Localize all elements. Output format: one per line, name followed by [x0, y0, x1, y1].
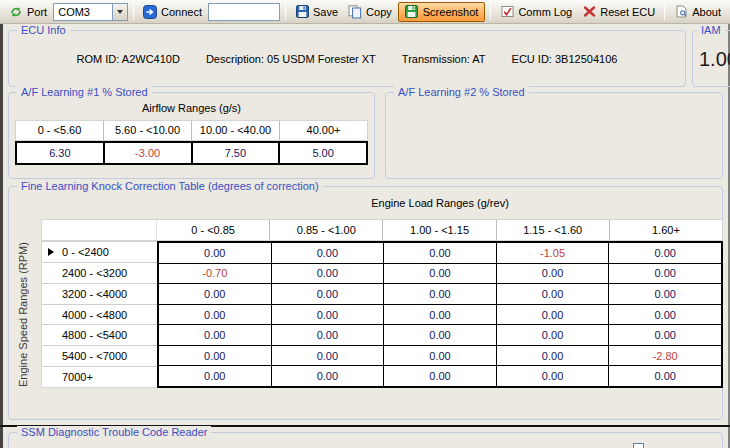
knock-value-cell[interactable]: 0.00	[497, 264, 610, 284]
selected-row-arrow-icon	[48, 248, 54, 256]
toolbar-separator	[490, 3, 491, 20]
knock-column-header: 1.60+	[609, 220, 722, 240]
knock-value-cell[interactable]: 0.00	[497, 284, 610, 304]
toolbar-separator	[133, 3, 134, 20]
iam-value: 1.00	[699, 48, 730, 71]
knock-header-corner	[42, 220, 157, 240]
knock-value-cell[interactable]: 0.00	[272, 243, 385, 263]
knock-value-cell[interactable]: 0.00	[384, 243, 497, 263]
knock-row-label[interactable]: 2400 - <3200	[42, 263, 157, 284]
knock-value-cell[interactable]: 0.00	[609, 264, 721, 284]
comm-log-button[interactable]: Comm Log	[496, 3, 576, 21]
af1-value-cell[interactable]: 6.30	[17, 143, 103, 163]
red-x-icon	[582, 5, 596, 19]
knock-value-cell[interactable]: 0.00	[384, 284, 497, 304]
knock-value-cell[interactable]: 0.00	[272, 305, 385, 325]
knock-value-cell[interactable]: 0.00	[609, 284, 721, 304]
connect-input[interactable]	[208, 3, 280, 21]
document-magnifier-icon	[674, 5, 688, 19]
knock-header-row: 0 - <0.850.85 - <1.001.00 - <1.151.15 - …	[41, 219, 723, 241]
save-button[interactable]: Save	[291, 3, 342, 21]
reset-ecu-label: Reset ECU	[600, 6, 655, 18]
knock-value-cell[interactable]: 0.00	[384, 346, 497, 366]
ecu-info-row: ROM ID: A2WC410D Description: 05 USDM Fo…	[9, 53, 685, 65]
knock-value-cell[interactable]: 0.00	[497, 305, 610, 325]
connect-label: Connect	[161, 6, 202, 18]
knock-row-labels: 0 - <24002400 - <32003200 - <40004000 - …	[41, 241, 157, 388]
toolbar: Port COM3 Connect Save Copy Screenshot	[0, 0, 730, 24]
knock-value-cell[interactable]: 0.00	[609, 243, 721, 263]
af-learning-1-group: A/F Learning #1 % Stored Airflow Ranges …	[8, 92, 375, 179]
copy-label: Copy	[366, 6, 392, 18]
knock-value-cell[interactable]: 0.00	[384, 325, 497, 345]
port-combobox[interactable]: COM3	[53, 3, 128, 21]
knock-value-cell[interactable]: 0.00	[497, 346, 610, 366]
knock-column-header: 0 - <0.85	[157, 220, 269, 240]
knock-row-label-text: 0 - <2400	[62, 246, 109, 258]
connect-button[interactable]: Connect	[139, 3, 206, 21]
ecu-description: Description: 05 USDM Forester XT	[206, 53, 376, 65]
screenshot-button[interactable]: Screenshot	[398, 2, 486, 22]
knock-row-label[interactable]: 7000+	[42, 367, 157, 387]
af1-value-cell[interactable]: 7.50	[191, 143, 279, 163]
knock-value-cell[interactable]: 0.00	[497, 325, 610, 345]
knock-value-cell[interactable]: 0.00	[159, 346, 272, 366]
port-button[interactable]: Port	[5, 3, 51, 21]
knock-value-cell[interactable]: 0.00	[609, 325, 721, 345]
knock-value-cell[interactable]: 0.00	[384, 264, 497, 284]
log-check-icon	[500, 5, 514, 19]
af1-column-headers: 0 - <5.605.60 - <10.0010.00 - <40.0040.0…	[15, 120, 368, 141]
knock-value-cell[interactable]: 0.00	[384, 305, 497, 325]
knock-row-label[interactable]: 0 - <2400	[42, 242, 157, 263]
ecu-rom-id: ROM ID: A2WC410D	[77, 53, 180, 65]
copy-pages-icon	[348, 5, 362, 19]
af1-column-header: 5.60 - <10.00	[103, 121, 191, 140]
knock-value-cell[interactable]: 0.00	[159, 243, 272, 263]
knock-value-cell[interactable]: 0.00	[272, 284, 385, 304]
airflow-ranges-caption: Airflow Ranges (g/s)	[15, 102, 368, 114]
knock-value-cell[interactable]: 0.00	[497, 366, 610, 386]
knock-value-cell[interactable]: -2.80	[609, 346, 721, 366]
knock-value-cell[interactable]: 0.00	[159, 366, 272, 386]
knock-row-label[interactable]: 4800 - <5400	[42, 325, 157, 346]
knock-row-label[interactable]: 5400 - <7000	[42, 346, 157, 367]
knock-row-label-text: 3200 - <4000	[62, 288, 127, 300]
knock-row-label[interactable]: 3200 - <4000	[42, 284, 157, 305]
knock-value-cell[interactable]: 0.00	[272, 325, 385, 345]
screenshot-label: Screenshot	[423, 6, 479, 18]
refresh-icon	[9, 5, 23, 19]
iam-group: IAM 1.00	[692, 30, 730, 87]
ssm-dtc-title: SSM Diagnostic Trouble Code Reader	[17, 426, 211, 438]
knock-value-cell[interactable]: 0.00	[272, 366, 385, 386]
save-label: Save	[313, 6, 338, 18]
knock-value-cell[interactable]: -0.70	[159, 264, 272, 284]
knock-value-cell[interactable]: -1.05	[497, 243, 610, 263]
af1-value-cell[interactable]: 5.00	[278, 143, 366, 163]
about-button[interactable]: About	[670, 3, 725, 21]
combo-dropdown-button[interactable]	[112, 4, 127, 20]
knock-value-cell[interactable]: 0.00	[159, 284, 272, 304]
knock-row-label-text: 7000+	[62, 371, 93, 383]
knock-value-cell[interactable]: 0.00	[159, 325, 272, 345]
knock-value-cell[interactable]: 0.00	[272, 346, 385, 366]
knock-value-cell[interactable]: 0.00	[272, 264, 385, 284]
knock-row-label-text: 5400 - <7000	[62, 350, 127, 362]
knock-table-title: Fine Learning Knock Correction Table (de…	[17, 180, 323, 192]
af-learning-2-title: A/F Learning #2 % Stored	[394, 86, 529, 98]
toolbar-separator	[664, 3, 665, 20]
knock-row-label-text: 2400 - <3200	[62, 267, 127, 279]
af1-value-cell[interactable]: -3.00	[103, 143, 191, 163]
dtc-checkbox[interactable]	[633, 443, 644, 448]
knock-row-label[interactable]: 4000 - <4800	[42, 305, 157, 326]
copy-button[interactable]: Copy	[344, 3, 396, 21]
knock-value-cell[interactable]: 0.00	[609, 305, 721, 325]
reset-ecu-button[interactable]: Reset ECU	[578, 3, 659, 21]
floppy-disk-blue-icon	[295, 5, 309, 19]
ecu-info-title: ECU Info	[17, 24, 70, 36]
floppy-disk-green-icon	[405, 5, 419, 19]
knock-value-cell[interactable]: 0.00	[159, 305, 272, 325]
toolbar-separator	[285, 3, 286, 20]
ecu-transmission: Transmission: AT	[402, 53, 486, 65]
knock-value-cell[interactable]: 0.00	[609, 366, 721, 386]
knock-value-cell[interactable]: 0.00	[384, 366, 497, 386]
